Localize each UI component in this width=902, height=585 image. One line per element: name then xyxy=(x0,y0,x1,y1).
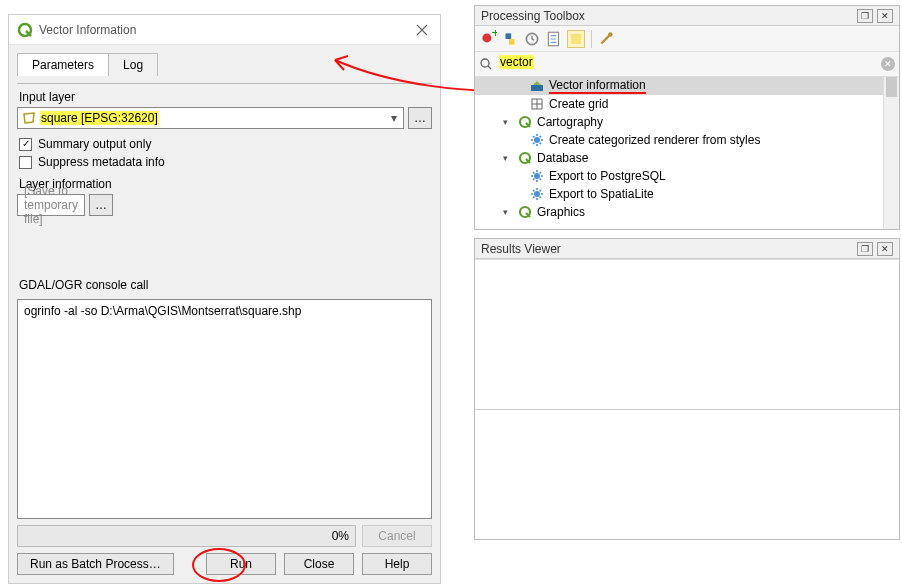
tree-item-label: Create grid xyxy=(549,97,608,111)
svg-point-14 xyxy=(534,191,540,197)
run-button[interactable]: Run xyxy=(206,553,276,575)
input-layer-select[interactable]: square [EPSG:32620] ▾ xyxy=(17,107,404,129)
close-panel-icon[interactable]: ✕ xyxy=(877,242,893,256)
svg-point-1 xyxy=(482,33,491,42)
qgis-icon xyxy=(517,114,533,130)
progress-bar: 0% xyxy=(17,525,356,547)
gear-icon xyxy=(529,168,545,184)
toolbox-title: Processing Toolbox xyxy=(481,9,585,23)
layer-info-label: Layer information xyxy=(19,177,432,191)
gear-icon xyxy=(529,132,545,148)
toolbox-toolbar: + xyxy=(475,26,899,52)
svg-rect-8 xyxy=(531,85,543,91)
edit-model-icon[interactable] xyxy=(567,30,585,48)
svg-point-7 xyxy=(481,59,489,67)
chevron-down-icon: ▾ xyxy=(503,207,513,217)
toolbox-header: Processing Toolbox ❐ ✕ xyxy=(475,6,899,26)
tabs: Parameters Log xyxy=(17,53,432,76)
grid-icon xyxy=(529,96,545,112)
chevron-down-icon: ▾ xyxy=(503,153,513,163)
undock-icon[interactable]: ❐ xyxy=(857,242,873,256)
options-icon[interactable] xyxy=(598,30,616,48)
close-button[interactable]: Close xyxy=(284,553,354,575)
input-layer-value: square [EPSG:32620] xyxy=(40,111,389,125)
browse-button[interactable]: … xyxy=(408,107,432,129)
qgis-icon xyxy=(17,22,33,38)
gear-add-icon[interactable]: + xyxy=(479,30,497,48)
tree-item-label: Database xyxy=(537,151,588,165)
tab-log[interactable]: Log xyxy=(108,53,158,76)
qgis-icon xyxy=(517,150,533,166)
svg-text:+: + xyxy=(491,30,497,40)
search-input[interactable]: vector xyxy=(497,55,877,73)
tree-item-label: Cartography xyxy=(537,115,603,129)
dialog-title: Vector Information xyxy=(39,23,412,37)
algorithm-tree[interactable]: Vector informationCreate grid▾Cartograph… xyxy=(475,77,899,229)
tree-group[interactable]: ▾Graphics xyxy=(475,203,899,221)
chevron-down-icon: ▾ xyxy=(503,117,513,127)
tree-item-label: Create categorized renderer from styles xyxy=(549,133,760,147)
search-row: vector ✕ xyxy=(475,52,899,77)
search-icon xyxy=(479,57,493,71)
console-output[interactable]: ogrinfo -al -so D:\Arma\QGIS\Montserrat\… xyxy=(17,299,432,519)
history-icon[interactable] xyxy=(523,30,541,48)
batch-button[interactable]: Run as Batch Process… xyxy=(17,553,174,575)
svg-point-11 xyxy=(534,137,540,143)
layer-info-placeholder: [Save to temporary file] xyxy=(24,184,78,226)
console-label: GDAL/OGR console call xyxy=(19,278,432,292)
cancel-button: Cancel xyxy=(362,525,432,547)
results-list[interactable] xyxy=(475,259,899,409)
results-viewer-panel: Results Viewer ❐ ✕ xyxy=(474,238,900,540)
close-panel-icon[interactable]: ✕ xyxy=(877,9,893,23)
tree-item[interactable]: Vector information xyxy=(475,77,899,95)
summary-only-checkbox[interactable]: ✓ Summary output only xyxy=(19,137,432,151)
help-button[interactable]: Help xyxy=(362,553,432,575)
tree-item-label: Vector information xyxy=(549,78,646,94)
tree-group[interactable]: ▾Cartography xyxy=(475,113,899,131)
clear-search-icon[interactable]: ✕ xyxy=(881,57,895,71)
svg-point-13 xyxy=(534,173,540,179)
tree-group[interactable]: ▾Database xyxy=(475,149,899,167)
dialog-titlebar: Vector Information xyxy=(9,15,440,45)
tree-item[interactable]: Create grid xyxy=(475,95,899,113)
checkbox-icon: ✓ xyxy=(19,138,32,151)
summary-only-label: Summary output only xyxy=(38,137,151,151)
svg-point-6 xyxy=(608,32,613,37)
python-icon[interactable] xyxy=(501,30,519,48)
tab-parameters[interactable]: Parameters xyxy=(17,53,109,76)
gear-icon xyxy=(529,186,545,202)
vector-information-dialog: Vector Information Parameters Log Input … xyxy=(8,14,441,584)
close-icon[interactable] xyxy=(412,20,432,40)
results-title: Results Viewer xyxy=(481,242,561,256)
tree-item[interactable]: Export to PostgreSQL xyxy=(475,167,899,185)
input-layer-label: Input layer xyxy=(19,90,432,104)
tree-item[interactable]: Create categorized renderer from styles xyxy=(475,131,899,149)
checkbox-icon xyxy=(19,156,32,169)
progress-pct: 0% xyxy=(332,529,349,543)
tree-item-label: Export to PostgreSQL xyxy=(549,169,666,183)
undock-icon[interactable]: ❐ xyxy=(857,9,873,23)
results-header: Results Viewer ❐ ✕ xyxy=(475,239,899,259)
tree-item-label: Export to SpatiaLite xyxy=(549,187,654,201)
chevron-down-icon: ▾ xyxy=(389,111,399,125)
results-detail[interactable] xyxy=(475,409,899,539)
browse-output-button[interactable]: … xyxy=(89,194,113,216)
gdal-icon xyxy=(529,78,545,94)
results-icon[interactable] xyxy=(545,30,563,48)
svg-rect-5 xyxy=(571,34,581,44)
dialog-body: Parameters Log Input layer square [EPSG:… xyxy=(9,45,440,583)
qgis-icon xyxy=(517,204,533,220)
polygon-layer-icon xyxy=(22,111,36,125)
layer-info-output[interactable]: [Save to temporary file] xyxy=(17,194,85,216)
tree-item-label: Graphics xyxy=(537,205,585,219)
suppress-meta-label: Suppress metadata info xyxy=(38,155,165,169)
tree-item[interactable]: Export to SpatiaLite xyxy=(475,185,899,203)
scrollbar[interactable] xyxy=(883,77,899,229)
suppress-meta-checkbox[interactable]: Suppress metadata info xyxy=(19,155,432,169)
processing-toolbox-panel: Processing Toolbox ❐ ✕ + vector ✕ Vector… xyxy=(474,5,900,230)
